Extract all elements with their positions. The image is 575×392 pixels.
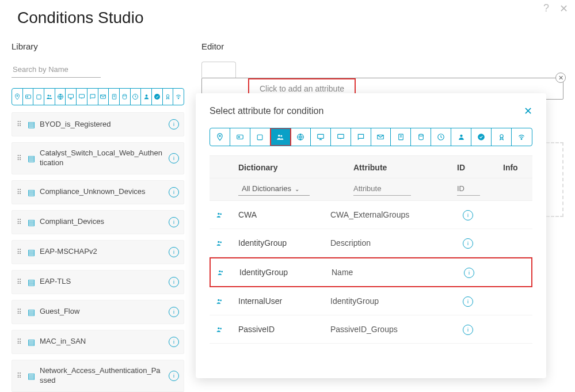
info-icon[interactable]: i — [169, 119, 179, 130]
filter-attribute-input[interactable] — [353, 183, 411, 196]
condition-item[interactable]: ⠿▤BYOD_is_Registeredi — [12, 112, 184, 136]
drag-icon[interactable]: ⠿ — [17, 248, 23, 256]
svg-point-0 — [17, 96, 18, 97]
condition-item[interactable]: ⠿▤Compliant_Devicesi — [12, 210, 184, 234]
drag-icon[interactable]: ⠿ — [17, 188, 23, 196]
cat-pin-icon[interactable] — [210, 128, 230, 146]
info-icon[interactable]: i — [463, 210, 473, 220]
header-dictionary: Dictionary — [238, 163, 353, 172]
cat-monitor-icon[interactable] — [311, 128, 331, 146]
svg-point-43 — [220, 328, 222, 329]
cat-group-icon[interactable] — [271, 128, 291, 146]
filter-chat-icon[interactable] — [87, 89, 98, 105]
filter-id-input[interactable] — [457, 183, 480, 196]
attribute-row[interactable]: CWA CWA_ExternalGroups i — [210, 201, 532, 229]
info-icon[interactable]: i — [169, 277, 179, 287]
cat-badge-icon[interactable] — [230, 128, 250, 146]
info-icon[interactable]: i — [169, 153, 179, 163]
info-icon[interactable]: i — [463, 325, 473, 335]
svg-point-36 — [218, 241, 219, 242]
condition-item[interactable]: ⠿▤Network_Access_Authentication_Passedi — [12, 360, 184, 392]
attribute-category-toolbar — [210, 128, 532, 146]
filter-monitor-icon[interactable] — [66, 89, 77, 105]
svg-point-16 — [178, 98, 179, 99]
condition-item[interactable]: ⠿▤Catalyst_Switch_Local_Web_Authenticati… — [12, 142, 184, 174]
group-icon — [215, 239, 238, 247]
attribute-selector-popover: Select attribute for condition ✕ — [196, 93, 546, 378]
close-icon[interactable]: ✕ — [559, 2, 568, 15]
info-icon[interactable]: i — [463, 238, 473, 249]
filter-globe-icon[interactable] — [55, 89, 66, 105]
condition-item[interactable]: ⠿▤EAP-TLSi — [12, 270, 184, 294]
header-id: ID — [457, 163, 503, 172]
filter-square-icon[interactable] — [33, 89, 44, 105]
svg-point-33 — [521, 139, 523, 140]
drag-icon[interactable]: ⠿ — [17, 338, 23, 346]
group-icon — [215, 326, 238, 333]
filter-clock-icon[interactable] — [131, 89, 142, 105]
filter-db-icon[interactable] — [120, 89, 131, 105]
cat-mail-icon[interactable] — [371, 128, 391, 146]
filter-screen-icon[interactable] — [77, 89, 87, 105]
attribute-row[interactable]: InternalUser IdentityGroup i — [210, 287, 532, 315]
attribute-clear-icon[interactable]: ✕ — [555, 73, 566, 83]
document-icon: ▤ — [28, 307, 35, 317]
cat-check-icon[interactable] — [471, 128, 492, 146]
tab-stub[interactable] — [201, 62, 236, 78]
dashed-dropzone[interactable] — [546, 142, 563, 217]
condition-item[interactable]: ⠿▤MAC_in_SANi — [12, 330, 184, 354]
info-icon[interactable]: i — [464, 268, 474, 278]
attribute-row[interactable]: IdentityGroup Name i — [210, 257, 532, 287]
search-input[interactable] — [12, 62, 101, 78]
document-icon: ▤ — [28, 277, 35, 287]
cat-doc-icon[interactable] — [391, 128, 411, 146]
cat-globe-icon[interactable] — [291, 128, 311, 146]
filter-user-icon[interactable] — [141, 89, 152, 105]
filter-group-icon[interactable] — [44, 89, 55, 105]
svg-point-14 — [154, 94, 160, 100]
filter-doc-icon[interactable] — [109, 89, 120, 105]
drag-icon[interactable]: ⠿ — [17, 120, 23, 128]
attribute-table-header: Dictionary Attribute ID Info — [210, 155, 532, 178]
drag-icon[interactable]: ⠿ — [17, 308, 23, 316]
cat-chat-icon[interactable] — [351, 128, 371, 146]
filter-pin-icon[interactable] — [12, 89, 23, 105]
cat-screen-icon[interactable] — [331, 128, 351, 146]
document-icon: ▤ — [28, 188, 35, 197]
drag-icon[interactable]: ⠿ — [17, 372, 23, 380]
info-icon[interactable]: i — [169, 247, 179, 257]
cat-user-icon[interactable] — [451, 128, 471, 146]
condition-item[interactable]: ⠿▤Compliance_Unknown_Devicesi — [12, 180, 184, 204]
help-icon[interactable]: ? — [543, 2, 549, 15]
drag-icon[interactable]: ⠿ — [17, 278, 23, 286]
filter-wifi-icon[interactable] — [173, 89, 184, 105]
svg-point-34 — [218, 212, 219, 214]
info-icon[interactable]: i — [169, 371, 179, 381]
document-icon: ▤ — [28, 337, 35, 347]
svg-point-38 — [219, 270, 220, 272]
popover-close-button[interactable]: ✕ — [524, 105, 532, 117]
filter-mail-icon[interactable] — [98, 89, 109, 105]
filter-dictionaries-dropdown[interactable]: All Dictionaries⌄ — [238, 183, 310, 196]
filter-badge-icon[interactable] — [23, 89, 34, 105]
cat-db-icon[interactable] — [411, 128, 431, 146]
row-dictionary: IdentityGroup — [239, 268, 332, 277]
info-icon[interactable]: i — [169, 307, 179, 317]
svg-point-4 — [48, 95, 49, 97]
drag-icon[interactable]: ⠿ — [17, 154, 23, 162]
cat-cert-icon[interactable] — [492, 128, 512, 146]
condition-item[interactable]: ⠿▤EAP-MSCHAPv2i — [12, 240, 184, 264]
cat-wifi-icon[interactable] — [512, 128, 532, 146]
cat-square-icon[interactable] — [250, 128, 271, 146]
condition-item[interactable]: ⠿▤Guest_Flowi — [12, 300, 184, 324]
filter-cert-icon[interactable] — [163, 89, 174, 105]
attribute-row[interactable]: IdentityGroup Description i — [210, 229, 532, 257]
info-icon[interactable]: i — [169, 217, 179, 227]
filter-check-icon[interactable] — [152, 89, 163, 105]
drag-icon[interactable]: ⠿ — [17, 218, 23, 226]
info-icon[interactable]: i — [169, 337, 179, 347]
cat-clock-icon[interactable] — [431, 128, 451, 146]
attribute-row[interactable]: PassiveID PassiveID_Groups i — [210, 315, 532, 344]
info-icon[interactable]: i — [169, 187, 179, 197]
info-icon[interactable]: i — [463, 296, 473, 307]
